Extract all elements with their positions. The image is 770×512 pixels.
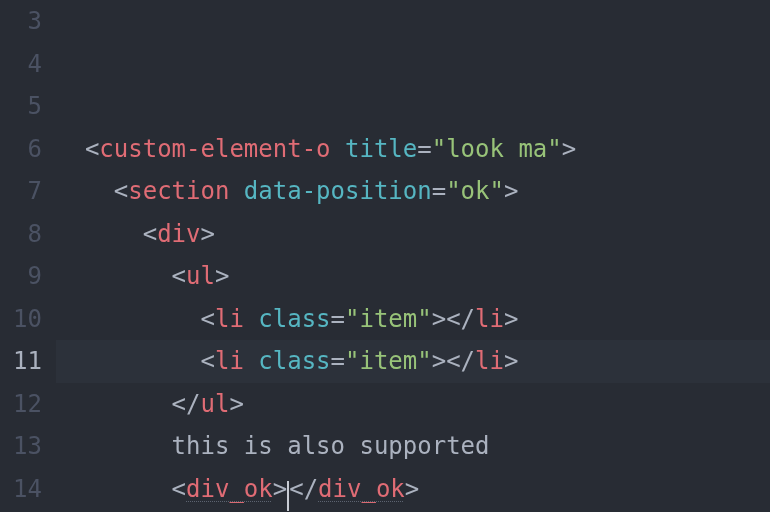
code-line[interactable]: <div_ok></div_ok>	[56, 468, 770, 511]
line-number: 8	[0, 213, 42, 256]
token: li	[475, 305, 504, 333]
token: "item"	[345, 347, 432, 375]
token: li	[215, 347, 244, 375]
token: </	[172, 390, 201, 418]
code-area[interactable]: <custom-element-o title="look ma"> <sect…	[56, 0, 770, 512]
code-line[interactable]: this is also supported	[56, 425, 770, 468]
token: >	[229, 390, 243, 418]
line-number: 11	[0, 340, 42, 383]
token: div_ok	[186, 475, 273, 503]
token: =	[417, 135, 431, 163]
line-number: 13	[0, 425, 42, 468]
code-line[interactable]: <section data-position="ok">	[56, 170, 770, 213]
token: =	[331, 305, 345, 333]
token: "item"	[345, 305, 432, 333]
code-line[interactable]: </ul>	[56, 383, 770, 426]
token: <	[143, 220, 157, 248]
token: class	[258, 347, 330, 375]
line-number: 5	[0, 85, 42, 128]
token: <	[172, 475, 186, 503]
token: ></	[432, 347, 475, 375]
line-number: 12	[0, 383, 42, 426]
token: div	[157, 220, 200, 248]
token: section	[128, 177, 229, 205]
token	[229, 177, 243, 205]
line-number: 14	[0, 468, 42, 511]
token	[244, 305, 258, 333]
token: >	[215, 262, 229, 290]
token: <	[201, 347, 215, 375]
line-number: 4	[0, 43, 42, 86]
line-number: 7	[0, 170, 42, 213]
token: ul	[186, 262, 215, 290]
token: title	[345, 135, 417, 163]
token: custom-element-o	[99, 135, 330, 163]
token: =	[331, 347, 345, 375]
token: this is also supported	[172, 432, 490, 460]
token: "look ma"	[432, 135, 562, 163]
token: ></	[432, 305, 475, 333]
code-line[interactable]: <li class="item"></li>	[56, 340, 770, 383]
line-number: 9	[0, 255, 42, 298]
token: ul	[201, 390, 230, 418]
code-editor[interactable]: 34567891011121314 <custom-element-o titl…	[0, 0, 770, 512]
code-line[interactable]: <div>	[56, 213, 770, 256]
token: >	[201, 220, 215, 248]
token: >	[562, 135, 576, 163]
code-line[interactable]: <ul>	[56, 255, 770, 298]
code-line[interactable]: <li class="item"></li>	[56, 298, 770, 341]
token: >	[504, 177, 518, 205]
token: >	[273, 475, 287, 503]
line-number: 10	[0, 298, 42, 341]
token: <	[172, 262, 186, 290]
line-number-gutter: 34567891011121314	[0, 0, 56, 512]
token: <	[114, 177, 128, 205]
token: <	[201, 305, 215, 333]
line-number: 6	[0, 128, 42, 171]
token: >	[504, 347, 518, 375]
token: <	[85, 135, 99, 163]
token	[331, 135, 345, 163]
token: </	[289, 475, 318, 503]
token: >	[405, 475, 419, 503]
code-line[interactable]: <custom-element-o title="look ma">	[56, 128, 770, 171]
token: data-position	[244, 177, 432, 205]
token	[244, 347, 258, 375]
token: class	[258, 305, 330, 333]
token: =	[432, 177, 446, 205]
token: >	[504, 305, 518, 333]
line-number: 3	[0, 0, 42, 43]
text-cursor	[287, 481, 289, 511]
token: li	[475, 347, 504, 375]
token: div_ok	[318, 475, 405, 503]
token: li	[215, 305, 244, 333]
token: "ok"	[446, 177, 504, 205]
